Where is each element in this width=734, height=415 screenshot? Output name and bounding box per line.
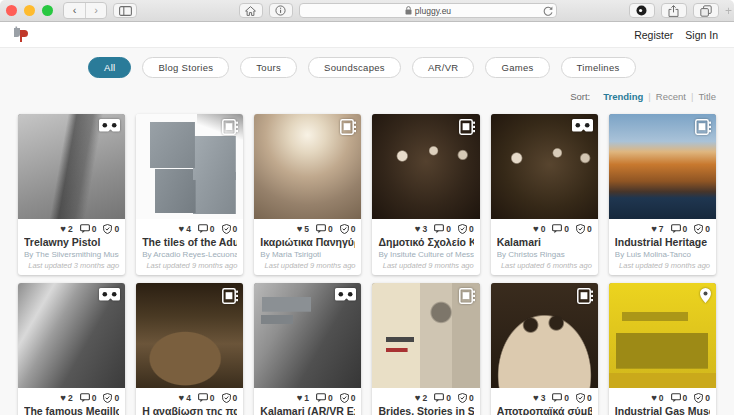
likes-stat: ♥2 [415,393,427,403]
address-bar[interactable]: pluggy.eu [299,3,557,18]
shield-check-icon [340,224,349,234]
comment-icon [316,393,326,403]
card-stats: ♥0 0 0 [497,222,592,235]
card-body: ♥3 0 0 Δημοτικό Σχολείο Κάτ... By Insitu… [372,219,479,275]
zoom-window-button[interactable] [42,5,53,16]
forward-button[interactable]: › [85,3,106,18]
likes-stat: ♥0 [651,393,663,403]
tabs-icon [700,5,712,17]
content-card[interactable]: ♥0 0 0 Kalamari By Christos Ringas Last … [491,114,598,275]
register-link[interactable]: Register [634,29,673,41]
card-body: ♥4 0 0 The tiles of the Aduan.. By Arcad… [136,219,243,275]
site-header: Register Sign In [0,22,734,48]
filter-pill-blog-stories[interactable]: Blog Stories [142,57,229,78]
content-card[interactable]: ♥2 0 0 Brides. Stories in Silk By Piraeu… [372,283,479,415]
card-body: ♥1 0 0 Kalamari (AR/VR Exhib.. By The Si… [254,388,361,415]
card-author: By Insitute Culture of Messinia [378,250,473,259]
content-card[interactable]: ♥0 0 0 Industrial Gas Museum By Clio Mus… [609,283,716,415]
card-title: The tiles of the Aduan.. [142,236,237,248]
tab-overview-button[interactable] [693,3,719,18]
card-image [136,114,243,219]
shield-check-icon [458,393,467,403]
share-button[interactable] [661,3,687,18]
comments-stat: 0 [316,224,333,234]
comments-stat: 0 [552,224,569,234]
card-image [609,114,716,219]
card-body: ♥2 0 0 The famous Megillot o.. By The Si… [18,388,125,415]
comments-stat: 0 [80,393,97,403]
card-stats: ♥1 0 0 [260,391,355,404]
comment-icon [198,224,208,234]
card-body: ♥7 0 0 Industrial Heritage in B.. By Lui… [609,219,716,275]
vr-goggles-icon [99,119,120,132]
content-card[interactable]: ♥7 0 0 Industrial Heritage in B.. By Lui… [609,114,716,275]
likes-stat: ♥4 [178,393,190,403]
auth-links: Register Sign In [634,29,718,41]
sidebar-icon [119,6,132,16]
content-card[interactable]: ♥1 0 0 Kalamari (AR/VR Exhib.. By The Si… [254,283,361,415]
sort-option-recent[interactable]: Recent [656,91,686,102]
main-content: AllBlog StoriesToursSoundscapesAR/VRGame… [0,48,734,415]
close-window-button[interactable] [6,5,17,16]
card-author: By Arcadio Reyes-Lecuona [142,250,237,259]
comment-icon [316,224,326,234]
filter-pill-ar-vr[interactable]: AR/VR [412,57,475,78]
refresh-icon[interactable] [543,6,553,17]
shield-check-icon [340,393,349,403]
shield-check-icon [222,393,231,403]
pluggy-logo[interactable] [12,26,29,44]
comment-icon [552,393,562,403]
content-card[interactable]: ♥2 0 0 Trelawny Pistol By The Silversmit… [18,114,125,275]
card-stats: ♥0 0 0 [615,391,710,404]
sort-option-trending[interactable]: Trending [603,91,643,102]
card-body: ♥4 0 0 Η αναβίωση της παρα.. By Piraeus … [136,388,243,415]
likes-stat: ♥2 [60,224,72,234]
card-title: Kalamari (AR/VR Exhib.. [260,405,355,415]
card-updated: Last updated 9 months ago [260,261,355,270]
content-card[interactable]: ♥5 0 0 Ικαριώτικα Πανηγύρια By Maria Tsi… [254,114,361,275]
exhibition-icon [695,119,711,135]
badge-stat: 0 [576,224,592,234]
sort-separator: | [691,91,693,102]
content-card[interactable]: ♥3 0 0 Δημοτικό Σχολείο Κάτ... By Insitu… [372,114,479,275]
signin-link[interactable]: Sign In [685,29,718,41]
card-image [372,114,479,219]
content-card[interactable]: ♥3 0 0 Αποτροπαϊκά σύμβολ.. By Piraeus B… [491,283,598,415]
card-updated: Last updated 9 months ago [142,261,237,270]
minimize-window-button[interactable] [24,5,35,16]
card-author: By The Silversmithing Museum .. [24,250,119,259]
back-button[interactable]: ‹ [64,3,85,18]
reader-info-button[interactable] [269,3,293,18]
card-image [18,114,125,219]
sort-option-title[interactable]: Title [698,91,716,102]
card-image [609,283,716,388]
likes-stat: ♥3 [533,393,545,403]
card-stats: ♥3 0 0 [378,222,473,235]
home-button[interactable] [239,3,263,18]
vr-goggles-icon [572,119,593,132]
filter-pill-games[interactable]: Games [485,57,549,78]
map-pin-icon [700,288,711,303]
card-body: ♥5 0 0 Ικαριώτικα Πανηγύρια By Maria Tsi… [254,219,361,275]
comment-icon [671,393,681,403]
filter-pill-soundscapes[interactable]: Soundscapes [308,57,401,78]
content-card[interactable]: ♥4 0 0 Η αναβίωση της παρα.. By Piraeus … [136,283,243,415]
content-card[interactable]: ♥4 0 0 The tiles of the Aduan.. By Arcad… [136,114,243,275]
comments-stat: 0 [552,393,569,403]
card-stats: ♥2 0 0 [24,391,119,404]
badge-stat: 0 [458,224,474,234]
sidebar-toggle-button[interactable] [113,3,137,18]
shield-check-icon [103,224,112,234]
window-controls [6,5,53,16]
filter-pill-all[interactable]: All [88,57,131,78]
extension-button[interactable] [629,3,655,18]
content-card[interactable]: ♥2 0 0 The famous Megillot o.. By The Si… [18,283,125,415]
filter-pill-timelines[interactable]: Timelines [561,57,636,78]
heart-icon: ♥ [533,394,539,402]
card-updated: Last updated 9 months ago [378,261,473,270]
heart-icon: ♥ [178,394,184,402]
card-stats: ♥4 0 0 [142,391,237,404]
card-image [491,114,598,219]
filter-pill-tours[interactable]: Tours [240,57,297,78]
new-tab-button[interactable]: + [725,4,732,18]
